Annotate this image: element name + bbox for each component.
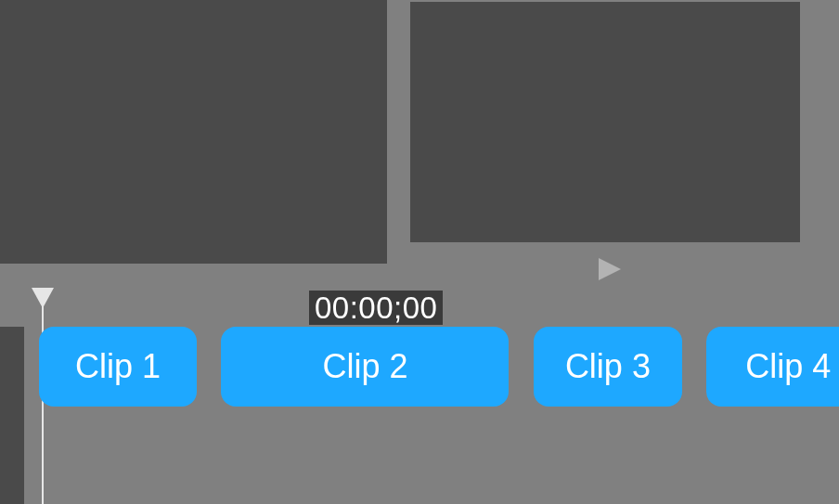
timeline-left-gutter (0, 327, 24, 504)
timeline-track[interactable]: Clip 1 Clip 2 Clip 3 Clip 4 (39, 327, 839, 407)
editor-stage: 00:00;00 Clip 1 Clip 2 Clip 3 Clip 4 (0, 0, 839, 504)
timeline-clip[interactable]: Clip 2 (221, 327, 509, 407)
source-monitor (0, 0, 387, 264)
timecode-display[interactable]: 00:00;00 (309, 291, 443, 325)
playhead-marker-icon (32, 288, 54, 308)
play-icon (596, 258, 624, 280)
svg-marker-0 (599, 258, 621, 280)
program-monitor (408, 0, 802, 244)
timeline-clip[interactable]: Clip 1 (39, 327, 197, 407)
play-button[interactable] (596, 258, 624, 280)
timeline-clip[interactable]: Clip 3 (534, 327, 682, 407)
timeline-clip[interactable]: Clip 4 (706, 327, 839, 407)
